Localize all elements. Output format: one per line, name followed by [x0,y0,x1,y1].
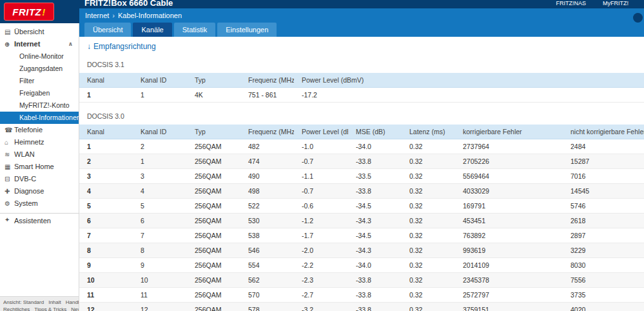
sidebar-item-system[interactable]: ⚙System [0,197,79,210]
table-row: 77256QAM538-1.7-34.50.327638922897 [79,228,644,243]
table-cell: 0.32 [402,258,455,273]
table-cell: 1 [79,88,133,103]
table-cell: 0.32 [402,303,455,311]
sidebar-item-myfritz-konto[interactable]: MyFRITZ!-Konto [0,99,79,112]
sidebar-item-dvb-c[interactable]: ⊟DVB-C [0,173,79,185]
help-icon[interactable] [633,13,643,23]
table-cell: 2572797 [455,288,563,303]
breadcrumb-kabel-informationen[interactable]: Kabel-Informationen [118,12,182,19]
table-cell: 0.32 [402,228,455,243]
sidebar-item-zugangsdaten[interactable]: Zugangsdaten [0,63,79,75]
table-cell: -33.8 [348,154,402,169]
table-cell: 8 [133,243,187,258]
direction-label: Empfangsrichtung [93,42,156,51]
sidebar-item-internet[interactable]: ⊕Internet∧ [0,38,79,50]
footer-link-tipps-tricks[interactable]: Tipps & Tricks [34,306,66,311]
table-row: 99256QAM554-2.2-34.00.3220141098030 [79,258,644,273]
breadcrumb-internet[interactable]: Internet [85,12,109,19]
table-cell: 2737964 [455,139,563,154]
table-cell: 993619 [455,243,563,258]
column-header-power-level-dbmv: Power Level (dBmV) [294,125,348,139]
footer-link-newsletter[interactable]: Newsletter [71,306,79,311]
breadcrumb-separator-icon: › [112,12,115,19]
column-header-nicht-korrigierbare-fehler: nicht korrigierbare Fehler [563,125,644,139]
sidebar-item-assistenten[interactable]: ✦Assistenten [0,213,79,228]
logo-block[interactable]: FRITZ! [0,0,79,23]
sidebar-item-kabel-informationen[interactable]: Kabel-Informationen [0,112,79,124]
table-cell: -33.8 [348,273,402,288]
sidebar-item-label: Internet [14,40,40,48]
top-link-myfritz[interactable]: MyFRITZ! [603,0,629,6]
table-row: 1212256QAM578-3.2-33.80.3237591514020 [79,303,644,311]
table-cell: -2.2 [294,258,348,273]
docsis31-table: KanalKanal IDTypFrequenz (MHz)Power Leve… [79,73,644,103]
table-cell: 570 [240,288,294,303]
footer-link-ansicht-standard[interactable]: Ansicht: Standard [3,299,44,305]
app-title: FRITZ!Box 6660 Cable [84,0,173,8]
column-header-typ: Typ [187,73,240,88]
sidebar-item-smart-home[interactable]: ▦Smart Home [0,161,79,173]
column-header-frequenz-mhz: Frequenz (MHz) [240,73,294,88]
table-cell: -33.5 [348,169,402,184]
sidebar-item-heimnetz[interactable]: ⌂Heimnetz [0,136,79,148]
empfangsrichtung-toggle[interactable]: ↓Empfangsrichtung [87,42,644,51]
sidebar-item-diagnose[interactable]: ✚Diagnose [0,185,79,197]
column-header-latenz-ms: Latenz (ms) [402,125,455,139]
table-cell: -33.8 [348,303,402,311]
column-header-kanal: Kanal [79,125,133,139]
sidebar-item-label: Übersicht [14,28,44,35]
table-cell: 0.32 [402,199,455,214]
sidebar-item-online-monitor[interactable]: Online-Monitor [0,50,79,63]
table-cell: 0.32 [402,273,455,288]
top-nav: FRITZ!NASMyFRITZ! [540,0,629,6]
sidebar-item-filter[interactable]: Filter [0,75,79,87]
sidebar-item-telefonie[interactable]: ☎Telefonie [0,124,79,136]
table-cell: 9 [133,258,187,273]
table-cell: 0.32 [402,288,455,303]
table-cell: 3759151 [455,303,563,311]
table-cell: 11 [79,288,133,303]
chevron-up-icon: ∧ [68,38,73,50]
table-cell: -1.2 [294,214,348,228]
sidebar-item-label: Heimnetz [14,138,44,146]
fritzbox-ui: FRITZ!Box 6660 Cable FRITZ!NASMyFRITZ! F… [0,0,644,311]
table-cell: 11 [133,288,187,303]
table-cell: -34.5 [348,228,402,243]
table-cell: -34.3 [348,243,402,258]
table-cell: 256QAM [187,184,240,199]
table-cell: -0.7 [294,184,348,199]
tab-uebersicht[interactable]: Übersicht [84,23,131,37]
table-row: 12256QAM482-1.0-34.00.3227379642484 [79,139,644,154]
fritz-logo: FRITZ! [4,3,54,21]
table-cell: -34.0 [348,139,402,154]
table-cell: 10 [79,273,133,288]
table-cell: 2705226 [455,154,563,169]
tab-statistik[interactable]: Statistik [174,23,216,37]
tab-einstellungen[interactable]: Einstellungen [217,23,277,37]
table-cell: 490 [240,169,294,184]
table-cell: 4033029 [455,184,563,199]
table-cell: 4 [79,184,133,199]
table-row: 33256QAM490-1.1-33.50.3255694647016 [79,169,644,184]
table-cell: 9 [79,258,133,273]
table-cell: 751 - 861 [240,88,294,103]
table-cell: -1.0 [294,139,348,154]
table-cell: 2 [133,139,187,154]
footer-link-rechtliches[interactable]: Rechtliches [3,306,30,311]
footer-link-inhalt[interactable]: Inhalt [48,299,61,305]
table-cell: 5569464 [455,169,563,184]
sidebar-item-wlan[interactable]: ≋WLAN [0,148,79,161]
home-network-icon: ⌂ [5,136,8,148]
table-cell: 474 [240,154,294,169]
sidebar-item-freigaben[interactable]: Freigaben [0,87,79,99]
table-cell: 256QAM [187,288,240,303]
top-link-fritz-nas[interactable]: FRITZ!NAS [556,0,587,6]
sidebar-menu: ▤Übersicht⊕Internet∧Online-MonitorZugang… [0,23,79,228]
sidebar-footer: Ansicht: StandardInhaltHandbuch Rechtlic… [0,296,79,311]
sidebar-item-uebersicht[interactable]: ▤Übersicht [0,26,79,38]
table-cell: -17.2 [294,88,644,103]
table-cell: 1 [133,88,187,103]
table-row: 21256QAM474-0.7-33.80.32270522615287 [79,154,644,169]
tab-kanaele[interactable]: Kanäle [133,23,171,37]
footer-link-handbuch[interactable]: Handbuch [66,299,79,305]
